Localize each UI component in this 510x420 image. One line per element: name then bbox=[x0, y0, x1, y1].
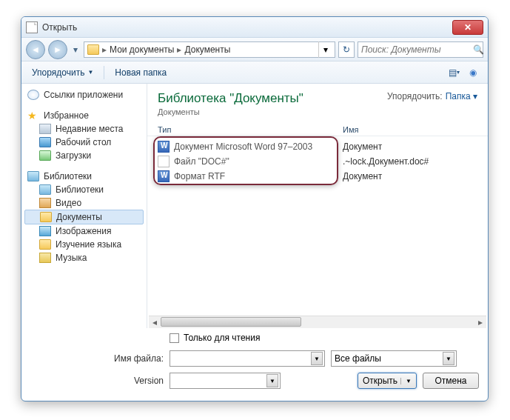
window-title: Открыть bbox=[42, 22, 77, 33]
main-panel: Библиотека "Документы" Документы Упорядо… bbox=[147, 84, 488, 328]
word-icon bbox=[158, 141, 170, 153]
sidebar-item-recent[interactable]: Недавние места bbox=[21, 122, 147, 136]
sidebar-item-video[interactable]: Видео bbox=[21, 196, 147, 210]
library-icon bbox=[39, 184, 51, 195]
sidebar-item-libraries[interactable]: Библиотеки bbox=[21, 183, 147, 196]
view-button[interactable]: ▤ ▾ bbox=[445, 64, 463, 81]
refresh-button[interactable]: ↻ bbox=[338, 41, 355, 58]
search-icon[interactable]: 🔍 bbox=[473, 44, 484, 55]
music-icon bbox=[39, 253, 51, 263]
sidebar-item-language[interactable]: Изучение языка bbox=[21, 238, 147, 251]
sidebar-item-downloads[interactable]: Загрузки bbox=[21, 149, 147, 162]
new-folder-label: Новая папка bbox=[115, 67, 167, 78]
separator bbox=[104, 66, 104, 79]
cancel-button[interactable]: Отмена bbox=[423, 373, 479, 389]
file-row[interactable]: Формат RTF Документ bbox=[158, 169, 477, 184]
toolbar: Упорядочить ▼ Новая папка ▤ ▾ ◉ bbox=[21, 61, 488, 84]
sidebar: Ссылки приложени ★ Избранное Недавние ме… bbox=[21, 84, 147, 328]
video-icon bbox=[39, 198, 51, 208]
organize-button[interactable]: Упорядочить ▼ bbox=[27, 64, 98, 81]
forward-button[interactable]: ► bbox=[48, 40, 67, 59]
file-icon bbox=[158, 156, 170, 167]
breadcrumb-item[interactable]: Мои документы bbox=[110, 44, 174, 55]
recent-icon bbox=[39, 124, 51, 134]
desktop-icon bbox=[39, 137, 51, 147]
folder-icon bbox=[87, 44, 99, 55]
link-icon bbox=[27, 90, 39, 100]
word-icon bbox=[158, 170, 170, 182]
column-headers: Тип Имя bbox=[147, 121, 488, 136]
dialog-body: Ссылки приложени ★ Избранное Недавние ме… bbox=[21, 84, 488, 328]
titlebar: Открыть ✕ bbox=[21, 17, 488, 38]
breadcrumb-dropdown[interactable]: ▾ bbox=[318, 41, 332, 58]
scrollbar-thumb[interactable] bbox=[161, 317, 301, 327]
document-icon bbox=[26, 21, 38, 33]
breadcrumb-item[interactable]: Документы bbox=[184, 44, 230, 55]
help-button[interactable]: ◉ bbox=[464, 64, 482, 81]
search-box[interactable]: 🔍 bbox=[358, 41, 483, 58]
filename-combo[interactable]: ▼ bbox=[170, 350, 325, 367]
library-icon bbox=[27, 171, 39, 181]
options-row: Только для чтения bbox=[21, 328, 488, 347]
chevron-down-icon[interactable]: ▼ bbox=[311, 352, 323, 365]
filetype-value: Все файлы bbox=[335, 353, 443, 364]
readonly-checkbox[interactable] bbox=[170, 333, 179, 343]
open-dialog: Открыть ✕ ◄ ► ▾ ▸ Мои документы ▸ Докуме… bbox=[21, 16, 489, 401]
file-row[interactable]: Документ Microsoft Word 97–2003 Документ bbox=[158, 139, 477, 154]
sidebar-app-links[interactable]: Ссылки приложени bbox=[21, 88, 147, 101]
breadcrumb[interactable]: ▸ Мои документы ▸ Документы ▾ bbox=[84, 41, 335, 58]
library-subtitle: Документы bbox=[158, 107, 303, 116]
scroll-left-button[interactable]: ◂ bbox=[149, 316, 161, 327]
chevron-right-icon: ▸ bbox=[175, 44, 183, 55]
file-list[interactable]: Документ Microsoft Word 97–2003 Документ… bbox=[147, 136, 488, 316]
library-sort: Упорядочить: Папка ▾ bbox=[387, 91, 477, 101]
library-header: Библиотека "Документы" Документы Упорядо… bbox=[147, 84, 488, 121]
folder-icon bbox=[39, 239, 51, 250]
nav-history-dropdown[interactable]: ▾ bbox=[70, 40, 81, 59]
new-folder-button[interactable]: Новая папка bbox=[110, 64, 171, 81]
back-button[interactable]: ◄ bbox=[26, 40, 45, 59]
sidebar-item-images[interactable]: Изображения bbox=[21, 224, 147, 238]
sidebar-item-documents[interactable]: Документы bbox=[24, 210, 144, 224]
sidebar-item-music[interactable]: Музыка bbox=[21, 251, 147, 264]
close-button[interactable]: ✕ bbox=[452, 20, 483, 35]
filename-row: Имя файла: ▼ Все файлы ▼ bbox=[21, 347, 488, 370]
sidebar-libraries[interactable]: Библиотеки bbox=[21, 170, 147, 183]
readonly-label: Только для чтения bbox=[184, 333, 260, 343]
image-icon bbox=[39, 226, 51, 236]
organize-label: Упорядочить bbox=[32, 67, 84, 78]
column-name[interactable]: Имя bbox=[343, 125, 477, 134]
filename-input[interactable] bbox=[173, 353, 311, 364]
filetype-combo[interactable]: Все файлы ▼ bbox=[331, 350, 457, 367]
chevron-down-icon: ▼ bbox=[400, 378, 412, 384]
column-type[interactable]: Тип bbox=[158, 125, 343, 134]
library-title: Библиотека "Документы" bbox=[158, 91, 303, 106]
scroll-right-button[interactable]: ▸ bbox=[474, 316, 486, 327]
chevron-down-icon[interactable]: ▼ bbox=[443, 352, 454, 365]
version-combo[interactable]: ▼ bbox=[170, 373, 281, 389]
star-icon: ★ bbox=[27, 110, 39, 121]
open-button[interactable]: Открыть ▼ bbox=[358, 373, 417, 389]
horizontal-scrollbar[interactable]: ◂ ▸ bbox=[149, 316, 486, 328]
sidebar-item-desktop[interactable]: Рабочий стол bbox=[21, 136, 147, 149]
navbar: ◄ ► ▾ ▸ Мои документы ▸ Документы ▾ ↻ 🔍 bbox=[21, 38, 488, 61]
folder-icon bbox=[40, 212, 52, 222]
chevron-down-icon[interactable]: ▼ bbox=[266, 374, 278, 387]
chevron-down-icon: ▼ bbox=[87, 69, 93, 76]
sidebar-favorites[interactable]: ★ Избранное bbox=[21, 109, 147, 122]
file-row[interactable]: Файл "DOC#" .~lock.Документ.doc# bbox=[158, 154, 477, 169]
filename-label: Имя файла: bbox=[30, 353, 164, 364]
version-label: Version bbox=[30, 376, 164, 386]
version-row: Version ▼ Открыть ▼ Отмена bbox=[21, 370, 488, 392]
search-input[interactable] bbox=[361, 44, 473, 55]
downloads-icon bbox=[39, 150, 51, 161]
chevron-right-icon: ▸ bbox=[101, 44, 108, 55]
sort-link[interactable]: Папка ▾ bbox=[446, 91, 477, 101]
